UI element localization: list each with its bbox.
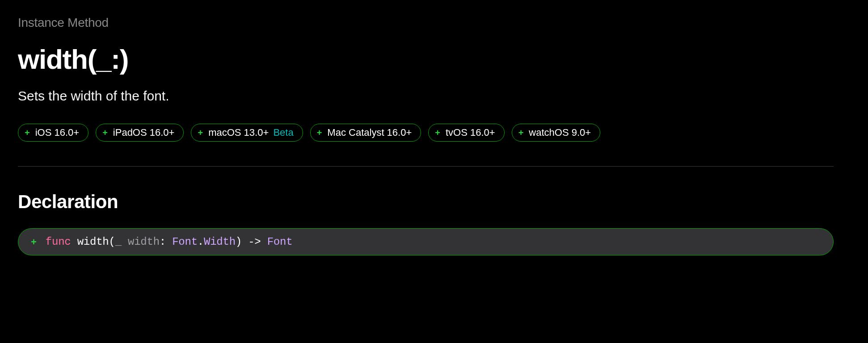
plus-icon: + <box>435 128 440 137</box>
platform-name: macOS 13.0+ Beta <box>208 127 294 138</box>
plus-icon: + <box>102 128 108 137</box>
platform-name: tvOS 16.0+ <box>446 127 495 138</box>
platform-name: iOS 16.0+ <box>35 127 79 138</box>
plus-icon: + <box>31 236 37 248</box>
page-title: width(_:) <box>18 43 850 75</box>
platform-badge-maccatalyst: + Mac Catalyst 16.0+ <box>310 124 421 142</box>
declaration-code-block: + func width(_ width: Font.Width) -> Fon… <box>18 228 834 255</box>
section-divider <box>18 166 834 167</box>
platform-badge-macos: + macOS 13.0+ Beta <box>191 124 303 142</box>
declaration-heading: Declaration <box>18 191 850 213</box>
platform-list: + iOS 16.0+ + iPadOS 16.0+ + macOS 13.0+… <box>18 124 850 142</box>
code-signature: func width(_ width: Font.Width) -> Font <box>46 236 292 248</box>
platform-badge-ios: + iOS 16.0+ <box>18 124 88 142</box>
platform-badge-tvos: + tvOS 16.0+ <box>428 124 504 142</box>
eyebrow-label: Instance Method <box>18 16 850 30</box>
plus-icon: + <box>198 128 203 137</box>
plus-icon: + <box>25 128 30 137</box>
platform-badge-ipados: + iPadOS 16.0+ <box>96 124 184 142</box>
plus-icon: + <box>317 128 322 137</box>
platform-name: Mac Catalyst 16.0+ <box>327 127 412 138</box>
plus-icon: + <box>518 128 524 137</box>
platform-name: iPadOS 16.0+ <box>113 127 175 138</box>
platform-badge-watchos: + watchOS 9.0+ <box>512 124 601 142</box>
platform-name: watchOS 9.0+ <box>529 127 591 138</box>
method-description: Sets the width of the font. <box>18 88 850 104</box>
beta-label: Beta <box>273 127 293 138</box>
